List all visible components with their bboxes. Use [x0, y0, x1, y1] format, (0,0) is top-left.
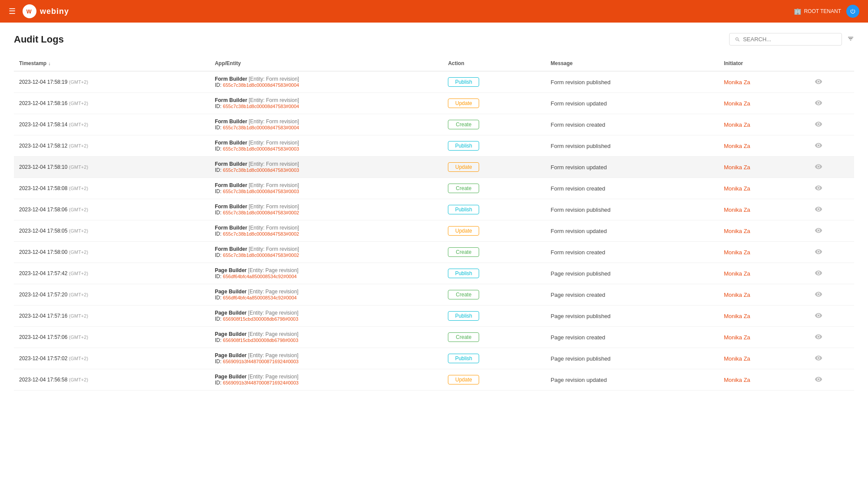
- table-row: 2023-12-04 17:58:19 (GMT+2) Form Builder…: [14, 71, 854, 93]
- timezone-label: (GMT+2): [69, 79, 88, 85]
- entity-id-link[interactable]: 655c7c38b1d8c00008d47583#0002: [223, 231, 299, 237]
- cell-initiator: Monika Za: [719, 178, 809, 199]
- cell-action: Update: [443, 369, 545, 391]
- entity-info: [Entity: Page revision]: [248, 352, 299, 358]
- view-icon[interactable]: [815, 375, 822, 383]
- entity-id-link[interactable]: 655c7c38b1d8c00008d47583#0002: [223, 210, 299, 215]
- timezone-label: (GMT+2): [69, 207, 88, 212]
- cell-message: Form revision published: [546, 71, 719, 93]
- entity-info: [Entity: Page revision]: [248, 331, 299, 337]
- cell-view[interactable]: [809, 242, 854, 263]
- view-icon[interactable]: [815, 312, 822, 319]
- th-timestamp[interactable]: Timestamp ↓: [14, 56, 210, 71]
- table-row: 2023-12-04 17:57:02 (GMT+2) Page Builder…: [14, 348, 854, 369]
- entity-id-link[interactable]: 6569091b3f44870008716924#0003: [223, 380, 299, 385]
- cell-app-entity: Page Builder [Entity: Page revision] ID:…: [210, 263, 443, 284]
- cell-initiator: Monika Za: [719, 263, 809, 284]
- power-button[interactable]: [846, 5, 859, 18]
- cell-timestamp: 2023-12-04 17:57:20 (GMT+2): [14, 284, 210, 305]
- action-badge: Create: [448, 290, 479, 299]
- cell-view[interactable]: [809, 71, 854, 93]
- view-icon[interactable]: [815, 120, 822, 128]
- cell-view[interactable]: [809, 263, 854, 284]
- view-icon[interactable]: [815, 354, 822, 362]
- cell-view[interactable]: [809, 93, 854, 114]
- action-badge: Create: [448, 184, 479, 193]
- view-icon[interactable]: [815, 333, 822, 341]
- search-input[interactable]: [743, 36, 836, 43]
- th-action: Action: [443, 56, 545, 71]
- table-row: 2023-12-04 17:58:00 (GMT+2) Form Builder…: [14, 242, 854, 263]
- entity-id-link[interactable]: 655c7c38b1d8c00008d47583#0004: [223, 104, 299, 109]
- entity-id-link[interactable]: 655c7c38b1d8c00008d47583#0003: [223, 189, 299, 194]
- timezone-label: (GMT+2): [69, 292, 88, 297]
- action-badge: Create: [448, 120, 479, 129]
- cell-app-entity: Form Builder [Entity: Form revision] ID:…: [210, 114, 443, 135]
- search-area: [729, 33, 854, 46]
- cell-view[interactable]: [809, 114, 854, 135]
- cell-initiator: Monika Za: [719, 114, 809, 135]
- view-icon[interactable]: [815, 99, 822, 107]
- table-row: 2023-12-04 17:56:58 (GMT+2) Page Builder…: [14, 369, 854, 391]
- cell-action: Publish: [443, 348, 545, 369]
- entity-id-link[interactable]: 655c7c38b1d8c00008d47583#0004: [223, 125, 299, 130]
- tenant-info: 🏢 ROOT TENANT: [794, 8, 841, 15]
- cell-view[interactable]: [809, 284, 854, 305]
- filter-icon[interactable]: [847, 35, 854, 44]
- cell-view[interactable]: [809, 348, 854, 369]
- action-badge: Publish: [448, 205, 479, 214]
- view-icon[interactable]: [815, 290, 822, 298]
- cell-view[interactable]: [809, 178, 854, 199]
- cell-app-entity: Form Builder [Entity: Form revision] ID:…: [210, 242, 443, 263]
- entity-id-link[interactable]: 656df64bfc4a850008534c92#0004: [223, 295, 297, 300]
- app-name: Form Builder: [215, 140, 247, 146]
- cell-app-entity: Form Builder [Entity: Form revision] ID:…: [210, 220, 443, 242]
- entity-info: [Entity: Page revision]: [248, 310, 299, 316]
- cell-view[interactable]: [809, 157, 854, 178]
- entity-id-link[interactable]: 656908f15cbd300008db6798#0003: [223, 338, 299, 343]
- entity-info: [Entity: Form revision]: [249, 246, 299, 252]
- audit-logs-table: Timestamp ↓ App/Entity Action Message In…: [14, 56, 854, 391]
- cell-view[interactable]: [809, 199, 854, 220]
- view-icon[interactable]: [815, 184, 822, 192]
- cell-view[interactable]: [809, 220, 854, 242]
- cell-timestamp: 2023-12-04 17:57:42 (GMT+2): [14, 263, 210, 284]
- cell-view[interactable]: [809, 305, 854, 327]
- cell-message: Form revision published: [546, 199, 719, 220]
- cell-initiator: Monika Za: [719, 305, 809, 327]
- cell-timestamp: 2023-12-04 17:57:06 (GMT+2): [14, 327, 210, 348]
- table-row: 2023-12-04 17:58:14 (GMT+2) Form Builder…: [14, 114, 854, 135]
- cell-view[interactable]: [809, 369, 854, 391]
- view-icon[interactable]: [815, 248, 822, 256]
- view-icon[interactable]: [815, 78, 822, 85]
- th-initiator: Initiator: [719, 56, 809, 71]
- view-icon[interactable]: [815, 269, 822, 277]
- table-row: 2023-12-04 17:58:12 (GMT+2) Form Builder…: [14, 135, 854, 157]
- tenant-label: ROOT TENANT: [804, 8, 841, 14]
- cell-timestamp: 2023-12-04 17:57:16 (GMT+2): [14, 305, 210, 327]
- cell-view[interactable]: [809, 135, 854, 157]
- cell-message: Page revision published: [546, 263, 719, 284]
- entity-id-link[interactable]: 655c7c38b1d8c00008d47583#0004: [223, 82, 299, 88]
- entity-id-link[interactable]: 655c7c38b1d8c00008d47583#0002: [223, 253, 299, 258]
- entity-info: [Entity: Form revision]: [249, 204, 299, 210]
- view-icon[interactable]: [815, 163, 822, 171]
- timezone-label: (GMT+2): [69, 164, 88, 170]
- entity-info: [Entity: Form revision]: [249, 140, 299, 146]
- cell-view[interactable]: [809, 327, 854, 348]
- entity-id-link[interactable]: 655c7c38b1d8c00008d47583#0003: [223, 146, 299, 151]
- entity-id-link[interactable]: 6569091b3f44870008716924#0003: [223, 359, 299, 364]
- search-box[interactable]: [729, 33, 842, 46]
- entity-id-link[interactable]: 655c7c38b1d8c00008d47583#0003: [223, 168, 299, 173]
- entity-id-link[interactable]: 656908f15cbd300008db6798#0003: [223, 316, 299, 322]
- cell-timestamp: 2023-12-04 17:58:05 (GMT+2): [14, 220, 210, 242]
- view-icon[interactable]: [815, 227, 822, 234]
- entity-id-link[interactable]: 656df64bfc4a850008534c92#0004: [223, 274, 297, 279]
- hamburger-menu-icon[interactable]: ☰: [9, 7, 16, 16]
- search-icon: [735, 36, 740, 43]
- table-row: 2023-12-04 17:58:08 (GMT+2) Form Builder…: [14, 178, 854, 199]
- cell-initiator: Monika Za: [719, 71, 809, 93]
- view-icon[interactable]: [815, 205, 822, 213]
- view-icon[interactable]: [815, 141, 822, 149]
- cell-app-entity: Page Builder [Entity: Page revision] ID:…: [210, 369, 443, 391]
